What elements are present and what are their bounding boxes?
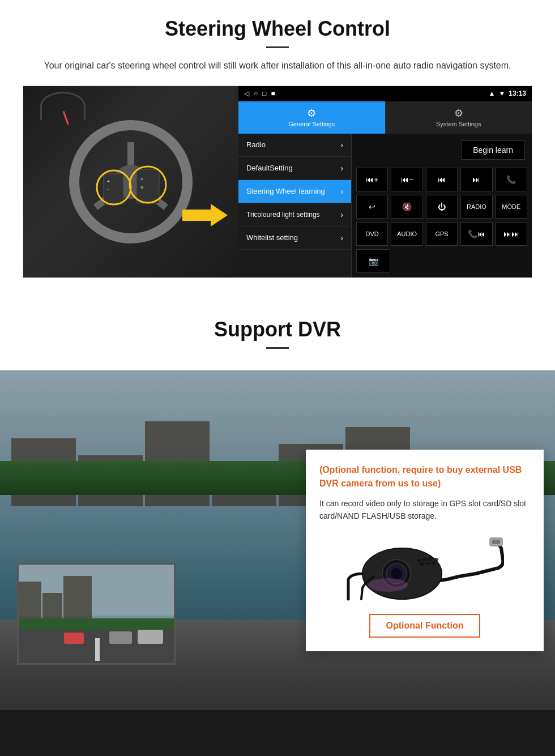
wifi-icon: ▼ — [498, 89, 505, 97]
dvr-title-divider — [266, 347, 289, 349]
general-settings-icon: ⚙ — [307, 107, 316, 119]
svg-rect-23 — [109, 631, 132, 644]
svg-point-33 — [428, 557, 433, 561]
menu-arrow-tricolour: › — [340, 210, 343, 219]
steering-wheel-photo: + - ≡ ⊕ — [23, 86, 238, 277]
svg-point-36 — [425, 562, 430, 565]
ctrl-mute[interactable]: 🔇 — [391, 195, 422, 219]
svg-rect-6 — [136, 169, 159, 203]
svg-point-34 — [434, 558, 438, 561]
dvr-info-card: (Optional function, require to buy exter… — [306, 450, 544, 652]
steering-composite: + - ≡ ⊕ ◁ ○ □ ■ — [23, 86, 532, 278]
dvr-camera-svg — [345, 531, 504, 605]
ctrl-phone[interactable]: 📞 — [496, 168, 527, 191]
thumbnail-svg — [19, 565, 176, 665]
dvr-optional-heading: (Optional function, require to buy exter… — [319, 463, 530, 490]
control-row-2: ↩ 🔇 ⏻ RADIO MODE — [356, 195, 527, 219]
android-statusbar: ◁ ○ □ ■ ▲ ▼ 13:13 — [238, 86, 532, 101]
dashboard-gauge — [40, 92, 86, 120]
dvr-dashboard-bottom — [0, 710, 555, 756]
menu-radio-label: Radio — [246, 140, 266, 149]
dvr-background: (Optional function, require to buy exter… — [0, 370, 555, 756]
begin-learn-button[interactable]: Begin learn — [461, 140, 525, 160]
svg-text:⊕: ⊕ — [140, 185, 144, 189]
ui-body: Radio › DefaultSetting › Steering Wheel … — [238, 134, 532, 277]
dvr-thumbnail-preview — [17, 563, 176, 665]
menu-item-radio[interactable]: Radio › — [238, 134, 351, 157]
svg-text:≡: ≡ — [140, 177, 143, 181]
control-row-1: ⏮+ ⏮− ⏮ ⏭ 📞 — [356, 168, 527, 191]
tab-general-settings[interactable]: ⚙ General Settings — [238, 101, 385, 134]
menu-item-steering[interactable]: Steering Wheel learning › — [238, 180, 351, 203]
svg-rect-16 — [19, 582, 41, 621]
svg-text:+: + — [107, 179, 110, 184]
dvr-title-area: Support DVR — [0, 301, 555, 370]
android-ui-panel: ◁ ○ □ ■ ▲ ▼ 13:13 ⚙ General Settings — [238, 86, 532, 277]
back-icon: ◁ — [244, 89, 249, 97]
ctrl-radio[interactable]: RADIO — [460, 195, 492, 219]
menu-arrow-steering: › — [340, 187, 343, 196]
ctrl-hangup[interactable]: ↩ — [356, 195, 388, 219]
section-title: Steering Wheel Control — [23, 17, 532, 41]
menu-whitelist-label: Whitelist setting — [246, 233, 298, 242]
dvr-section: Support DVR — [0, 301, 555, 756]
steering-section: Steering Wheel Control Your original car… — [0, 0, 555, 289]
menu-item-default[interactable]: DefaultSetting › — [238, 157, 351, 180]
tab-system-settings[interactable]: ⚙ System Settings — [385, 101, 532, 134]
ctrl-camera[interactable]: 📷 — [356, 249, 390, 273]
ctrl-prev-track[interactable]: ⏮ — [426, 168, 458, 191]
svg-marker-13 — [182, 204, 228, 227]
ctrl-mode[interactable]: MODE — [496, 195, 527, 219]
svg-text:-: - — [107, 186, 109, 191]
svg-point-30 — [391, 568, 402, 579]
yellow-arrow-icon — [182, 201, 228, 229]
menu-default-label: DefaultSetting — [246, 164, 293, 172]
menu-arrow-whitelist: › — [340, 233, 343, 242]
svg-rect-18 — [63, 576, 92, 621]
menu-item-tricolour[interactable]: Tricoloured light settings › — [238, 203, 351, 227]
ctrl-audio[interactable]: AUDIO — [391, 222, 422, 246]
ctrl-vol-down[interactable]: ⏮− — [391, 168, 422, 191]
signal-icon: ▲ — [489, 89, 496, 97]
svg-point-32 — [422, 558, 427, 561]
tab-general-label: General Settings — [288, 121, 335, 127]
menu-steering-label: Steering Wheel learning — [246, 187, 325, 195]
controls-panel: Begin learn ⏮+ ⏮− ⏮ ⏭ 📞 ↩ 🔇 ⏻ — [352, 134, 532, 277]
svg-point-38 — [368, 578, 408, 592]
thumb-inner — [19, 565, 174, 663]
menu-arrow-default: › — [340, 164, 343, 173]
menu-item-whitelist[interactable]: Whitelist setting › — [238, 227, 351, 250]
section-description: Your original car's steering wheel contr… — [34, 58, 521, 73]
optional-function-button[interactable]: Optional Function — [369, 614, 481, 638]
ctrl-dvd[interactable]: DVD — [356, 222, 388, 246]
ctrl-vol-up[interactable]: ⏮+ — [356, 168, 388, 191]
svg-rect-21 — [95, 638, 100, 661]
control-row-3: DVD AUDIO GPS 📞⏮ ⏭⏭ — [356, 222, 527, 246]
svg-rect-15 — [19, 565, 176, 616]
menu-list: Radio › DefaultSetting › Steering Wheel … — [238, 134, 352, 277]
svg-rect-22 — [64, 633, 84, 644]
ctrl-phone-prev[interactable]: 📞⏮ — [460, 222, 492, 246]
svg-point-35 — [420, 562, 424, 566]
status-time: 13:13 — [509, 89, 526, 97]
ctrl-power[interactable]: ⏻ — [426, 195, 458, 219]
optional-function-btn-wrapper: Optional Function — [319, 614, 530, 638]
begin-learn-row: Begin learn — [356, 138, 527, 164]
svg-point-31 — [417, 559, 421, 562]
dvr-title: Support DVR — [23, 318, 532, 341]
svg-point-37 — [431, 561, 436, 565]
title-divider — [266, 46, 289, 48]
menu-icon: ■ — [271, 89, 275, 97]
menu-arrow-radio: › — [340, 140, 343, 150]
tab-system-label: System Settings — [436, 121, 481, 127]
status-right: ▲ ▼ 13:13 — [489, 89, 526, 97]
nav-icons: ◁ ○ □ ■ — [244, 89, 275, 97]
control-row-4: 📷 — [356, 249, 527, 273]
ctrl-next-combo[interactable]: ⏭⏭ — [496, 222, 527, 246]
ctrl-next-track[interactable]: ⏭ — [460, 168, 492, 191]
steering-wheel-svg: + - ≡ ⊕ — [69, 119, 193, 244]
ctrl-gps[interactable]: GPS — [426, 222, 458, 246]
home-icon: ○ — [254, 89, 258, 97]
svg-rect-26 — [492, 540, 500, 544]
dvr-camera-illustration — [319, 531, 530, 605]
